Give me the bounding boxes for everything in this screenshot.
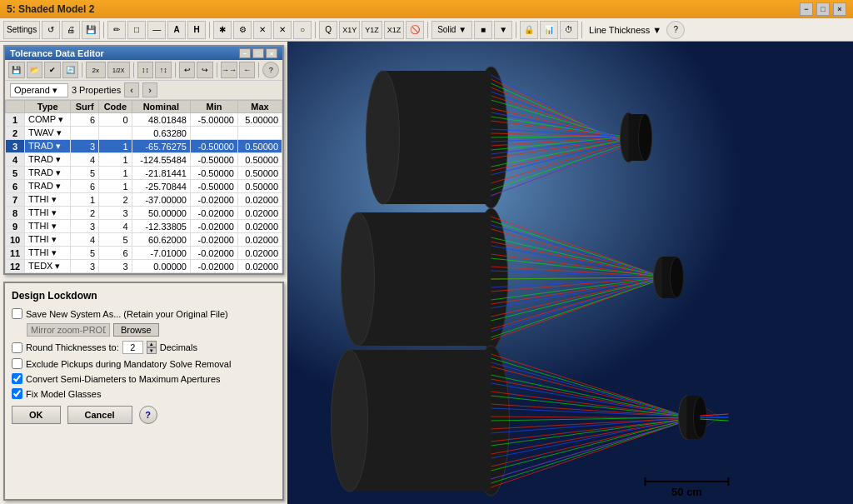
- x1z-button[interactable]: X1Z: [384, 21, 405, 39]
- table-row[interactable]: 2TWAV ▾0.63280: [6, 127, 282, 140]
- tde-forward-btn[interactable]: →→: [221, 62, 237, 78]
- lock-button[interactable]: 🔒: [520, 21, 538, 39]
- rect-button[interactable]: □: [127, 21, 146, 39]
- save-new-system-label: Save New System As... (Retain your Origi…: [26, 309, 228, 319]
- dl-buttons: OK Cancel ?: [12, 406, 276, 424]
- svg-rect-35: [358, 212, 491, 346]
- tde-sep-3: [175, 62, 176, 77]
- star-button[interactable]: ✱: [213, 21, 232, 39]
- table-row[interactable]: 8TTHI ▾2350.00000-0.020000.02000: [6, 207, 282, 220]
- tri-button[interactable]: ▼: [494, 21, 512, 39]
- col-min: Min: [190, 101, 237, 113]
- text-h-button[interactable]: H: [187, 21, 206, 39]
- save-new-system-row: Save New System As... (Retain your Origi…: [12, 308, 276, 319]
- table-row[interactable]: 1COMP ▾6048.01848-5.000005.00000: [6, 113, 282, 127]
- fix-model-glasses-row: Fix Model Glasses: [12, 388, 276, 399]
- svg-point-66: [332, 350, 368, 492]
- tde-refresh-btn[interactable]: 🔄: [62, 62, 79, 78]
- operand-next-btn[interactable]: ›: [142, 82, 157, 97]
- operand-dropdown[interactable]: Operand ▾: [10, 83, 68, 97]
- col-code: Code: [99, 101, 132, 113]
- tde-open-btn[interactable]: 📂: [27, 62, 43, 78]
- fix-model-glasses-checkbox[interactable]: [12, 388, 22, 399]
- separator-5: [516, 22, 516, 38]
- tde-back-btn[interactable]: ←: [239, 62, 256, 78]
- spinner-up[interactable]: ▲: [147, 341, 157, 347]
- save-button[interactable]: 💾: [82, 21, 100, 39]
- y1z-button[interactable]: Y1Z: [362, 21, 382, 39]
- table-row[interactable]: 5TRAD ▾51-21.81441-0.500000.50000: [6, 167, 282, 180]
- table-row[interactable]: 3TRAD ▾31-65.76275-0.500000.50000: [6, 140, 282, 153]
- zoom-button[interactable]: Q: [319, 21, 337, 39]
- operand-label: Operand: [14, 85, 50, 95]
- tde-sep-1: [82, 62, 82, 77]
- cross2-button[interactable]: ✕: [273, 21, 292, 39]
- tde-check-btn[interactable]: ✔: [44, 62, 61, 78]
- table-row[interactable]: 4TRAD ▾41-124.55484-0.500000.50000: [6, 153, 282, 167]
- svg-point-63: [671, 257, 684, 297]
- draw-button[interactable]: ✏: [107, 21, 126, 39]
- tde-maximize[interactable]: □: [252, 48, 264, 58]
- settings-button[interactable]: Settings: [3, 21, 40, 39]
- tde-save-btn[interactable]: 💾: [8, 62, 25, 78]
- print-button[interactable]: 🖨: [62, 21, 80, 39]
- svg-rect-65: [350, 350, 491, 492]
- round-thicknesses-checkbox[interactable]: [12, 342, 22, 353]
- spinner-down[interactable]: ▼: [147, 347, 157, 354]
- decimals-spinner[interactable]: [122, 341, 143, 354]
- line-button[interactable]: —: [147, 21, 166, 39]
- text-a-button[interactable]: A: [167, 21, 186, 39]
- maximize-button[interactable]: □: [816, 2, 830, 16]
- help-button[interactable]: ?: [666, 21, 685, 39]
- cancel-button[interactable]: Cancel: [67, 406, 132, 424]
- tde-sep-4: [217, 62, 217, 77]
- separator-1: [103, 22, 104, 38]
- refresh-button[interactable]: ↺: [42, 21, 60, 39]
- separator-3: [315, 22, 316, 38]
- save-new-system-checkbox[interactable]: [12, 308, 22, 319]
- gear-button[interactable]: ⚙: [233, 21, 252, 39]
- tde-close[interactable]: ×: [266, 48, 277, 58]
- table-row[interactable]: 12TEDX ▾330.00000-0.020000.02000: [6, 260, 282, 273]
- operand-prev-btn[interactable]: ‹: [124, 82, 139, 97]
- square-button[interactable]: ■: [474, 21, 492, 39]
- main-layout: Tolerance Data Editor − □ × 💾 📂 ✔ 🔄 2x 1…: [0, 42, 853, 504]
- dl-help-button[interactable]: ?: [139, 406, 157, 424]
- ok-button[interactable]: OK: [12, 406, 61, 424]
- x1y-button[interactable]: X1Y: [339, 21, 360, 39]
- filename-row: Browse: [27, 323, 276, 337]
- tde-table-container: Type Surf Code Nominal Min Max 1COMP ▾60…: [5, 100, 282, 273]
- col-row: [6, 101, 25, 113]
- tde-2x-btn[interactable]: 2x: [86, 62, 105, 78]
- time-button[interactable]: ⏱: [560, 21, 578, 39]
- fix-model-glasses-label: Fix Model Glasses: [26, 389, 101, 399]
- tde-undo-btn[interactable]: ↩: [179, 62, 196, 78]
- table-row[interactable]: 7TTHI ▾12-37.00000-0.020000.02000: [6, 193, 282, 207]
- tde-redo-btn[interactable]: ↪: [197, 62, 213, 78]
- browse-button[interactable]: Browse: [113, 323, 159, 337]
- viewport-3d[interactable]: 50 cm: [287, 42, 853, 504]
- exclude-pickups-checkbox[interactable]: [12, 358, 22, 369]
- table-row[interactable]: 11TTHI ▾56-7.01000-0.020000.02000: [6, 247, 282, 260]
- table-row[interactable]: 6TRAD ▾61-25.70844-0.500000.50000: [6, 180, 282, 193]
- table-row[interactable]: 9TTHI ▾34-12.33805-0.020000.02000: [6, 220, 282, 233]
- tde-half-btn[interactable]: 1/2X: [107, 62, 130, 78]
- solid-dropdown[interactable]: Solid ▼: [431, 21, 472, 39]
- line-thickness-label[interactable]: Line Thickness ▼: [586, 25, 665, 35]
- operand-bar: Operand ▾ 3 Properties ‹ ›: [5, 81, 282, 100]
- convert-semi-diameters-checkbox[interactable]: [12, 373, 22, 384]
- no-button[interactable]: 🚫: [406, 21, 424, 39]
- viewport-svg: 50 cm: [287, 42, 853, 504]
- close-button[interactable]: ×: [833, 2, 846, 16]
- tde-up-btn[interactable]: ↑↕: [155, 62, 172, 78]
- chart-button[interactable]: 📊: [540, 21, 558, 39]
- filename-input[interactable]: [27, 323, 110, 337]
- tde-help-btn[interactable]: ?: [262, 62, 279, 78]
- tde-minimize[interactable]: −: [239, 48, 251, 58]
- exclude-pickups-row: Exclude Pickups during Mandatory Solve R…: [12, 358, 276, 369]
- circle-button[interactable]: ○: [293, 21, 312, 39]
- tde-updown-btn[interactable]: ↕↕: [137, 62, 154, 78]
- cross-button[interactable]: ✕: [253, 21, 272, 39]
- minimize-button[interactable]: −: [800, 2, 813, 16]
- table-row[interactable]: 10TTHI ▾4560.62000-0.020000.02000: [6, 233, 282, 247]
